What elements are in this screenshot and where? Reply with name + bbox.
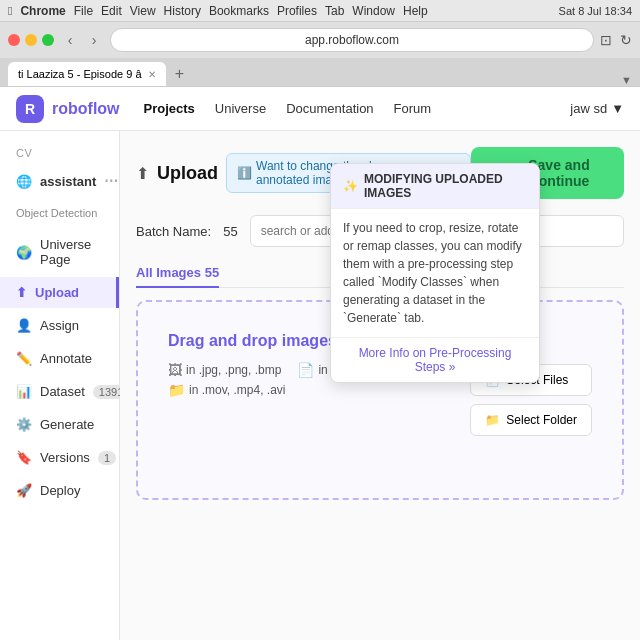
sidebar-item-deploy[interactable]: 🚀 Deploy xyxy=(0,475,119,506)
tooltip-body: If you need to crop, resize, rotate or r… xyxy=(331,209,539,337)
close-window-button[interactable] xyxy=(8,34,20,46)
file-type-video: 📁 in .mov, .mp4, .avi xyxy=(168,382,285,398)
sidebar-item-generate[interactable]: ⚙️ Generate xyxy=(0,409,119,440)
username: jaw sd xyxy=(570,101,607,116)
tab-bar: ti Laaziza 5 - Episode 9 â ✕ + ▼ xyxy=(0,58,640,86)
main-content: ⬆ Upload ℹ️ Want to change the classes o… xyxy=(120,131,640,640)
sidebar-project-type: Object Detection xyxy=(0,199,119,227)
nav-links: Projects Universe Documentation Forum xyxy=(144,101,432,116)
menu-view[interactable]: View xyxy=(130,4,156,18)
info-icon: ℹ️ xyxy=(237,166,252,180)
minimize-window-button[interactable] xyxy=(25,34,37,46)
back-button[interactable]: ‹ xyxy=(60,30,80,50)
nav-universe[interactable]: Universe xyxy=(215,101,266,116)
project-globe-icon: 🌐 xyxy=(16,174,32,189)
tooltip-header-icon: ✨ xyxy=(343,179,358,193)
assign-icon: 👤 xyxy=(16,318,32,333)
image-file-icon: 🖼 xyxy=(168,362,182,378)
tooltip-header-text: MODIFYING UPLOADED IMAGES xyxy=(364,172,527,200)
browser-nav-buttons: ‹ › xyxy=(60,30,104,50)
url-text: app.roboflow.com xyxy=(305,33,399,47)
maximize-window-button[interactable] xyxy=(42,34,54,46)
folder-select-icon: 📁 xyxy=(485,413,500,427)
menu-edit[interactable]: Edit xyxy=(101,4,122,18)
tab-label: ti Laaziza 5 - Episode 9 â xyxy=(18,68,142,80)
sidebar-item-upload[interactable]: ⬆ Upload xyxy=(0,277,119,308)
universe-icon: 🌍 xyxy=(16,245,32,260)
batch-count: 55 xyxy=(223,224,237,239)
tab-list-arrow[interactable]: ▼ xyxy=(621,74,632,86)
tooltip-popup: ✨ MODIFYING UPLOADED IMAGES If you need … xyxy=(330,163,540,383)
sidebar: CV 🌐 assistant ⋯ Object Detection 🌍 Univ… xyxy=(0,131,120,640)
upload-page-icon: ⬆ xyxy=(136,164,149,183)
menu-history[interactable]: History xyxy=(164,4,201,18)
versions-badge: 1 xyxy=(98,451,116,465)
active-tab[interactable]: ti Laaziza 5 - Episode 9 â ✕ xyxy=(8,62,166,86)
menu-profiles[interactable]: Profiles xyxy=(277,4,317,18)
mac-menu-bar:  Chrome File Edit View History Bookmark… xyxy=(8,4,428,18)
logo[interactable]: R roboflow xyxy=(16,95,120,123)
file-type-image: 🖼 in .jpg, .png, .bmp xyxy=(168,362,281,378)
sidebar-item-assign[interactable]: 👤 Assign xyxy=(0,310,119,341)
generate-icon: ⚙️ xyxy=(16,417,32,432)
user-chevron-icon: ▼ xyxy=(611,101,624,116)
sidebar-item-universe-page[interactable]: 🌍 Universe Page xyxy=(0,229,119,275)
top-nav: R roboflow Projects Universe Documentati… xyxy=(0,87,640,131)
browser-toolbar-icons: ⊡ ↻ xyxy=(600,32,632,48)
app-container: R roboflow Projects Universe Documentati… xyxy=(0,87,640,640)
mac-time: Sat 8 Jul 18:34 xyxy=(559,5,632,17)
select-folder-button[interactable]: 📁 Select Folder xyxy=(470,404,592,436)
sidebar-item-dataset[interactable]: 📊 Dataset 1391 xyxy=(0,376,119,407)
annotate-icon: ✏️ xyxy=(16,351,32,366)
sidebar-section-cv: CV xyxy=(0,143,119,163)
sidebar-project-name[interactable]: 🌐 assistant ⋯ xyxy=(0,165,119,197)
versions-icon: 🔖 xyxy=(16,450,32,465)
user-menu[interactable]: jaw sd ▼ xyxy=(570,101,624,116)
sidebar-item-annotate[interactable]: ✏️ Annotate xyxy=(0,343,119,374)
traffic-lights xyxy=(8,34,54,46)
deploy-icon: 🚀 xyxy=(16,483,32,498)
sidebar-item-versions[interactable]: 🔖 Versions 1 xyxy=(0,442,119,473)
main-layout: CV 🌐 assistant ⋯ Object Detection 🌍 Univ… xyxy=(0,131,640,640)
nav-projects[interactable]: Projects xyxy=(144,101,195,116)
logo-icon: R xyxy=(16,95,44,123)
formats-icon: 📄 xyxy=(297,362,314,378)
page-title: Upload xyxy=(157,163,218,184)
menu-tab[interactable]: Tab xyxy=(325,4,344,18)
batch-label: Batch Name: xyxy=(136,224,211,239)
menu-window[interactable]: Window xyxy=(352,4,395,18)
tooltip-body-text: If you need to crop, resize, rotate or r… xyxy=(343,221,522,325)
menu-bookmarks[interactable]: Bookmarks xyxy=(209,4,269,18)
menu-help[interactable]: Help xyxy=(403,4,428,18)
browser-toolbar: ‹ › app.roboflow.com ⊡ ↻ xyxy=(0,22,640,58)
mac-os-bar:  Chrome File Edit View History Bookmark… xyxy=(0,0,640,22)
cast-icon: ⊡ xyxy=(600,32,612,48)
address-bar[interactable]: app.roboflow.com xyxy=(110,28,594,52)
tab-close-button[interactable]: ✕ xyxy=(148,69,156,80)
dataset-icon: 📊 xyxy=(16,384,32,399)
reload-icon[interactable]: ↻ xyxy=(620,32,632,48)
forward-button[interactable]: › xyxy=(84,30,104,50)
app-name: Chrome xyxy=(20,4,65,18)
tooltip-more-info-link[interactable]: More Info on Pre-Processing Steps » xyxy=(331,337,539,382)
tab-all-images[interactable]: All Images 55 xyxy=(136,259,219,288)
tooltip-header: ✨ MODIFYING UPLOADED IMAGES xyxy=(331,164,539,209)
menu-file[interactable]: File xyxy=(74,4,93,18)
nav-forum[interactable]: Forum xyxy=(394,101,432,116)
upload-nav-icon: ⬆ xyxy=(16,285,27,300)
nav-documentation[interactable]: Documentation xyxy=(286,101,373,116)
video-file-icon: 📁 xyxy=(168,382,185,398)
logo-text: roboflow xyxy=(52,100,120,118)
apple-menu[interactable]:  xyxy=(8,4,12,18)
project-settings-icon[interactable]: ⋯ xyxy=(104,173,118,189)
new-tab-button[interactable]: + xyxy=(168,62,192,86)
browser-chrome: ‹ › app.roboflow.com ⊡ ↻ ti Laaziza 5 - … xyxy=(0,22,640,87)
